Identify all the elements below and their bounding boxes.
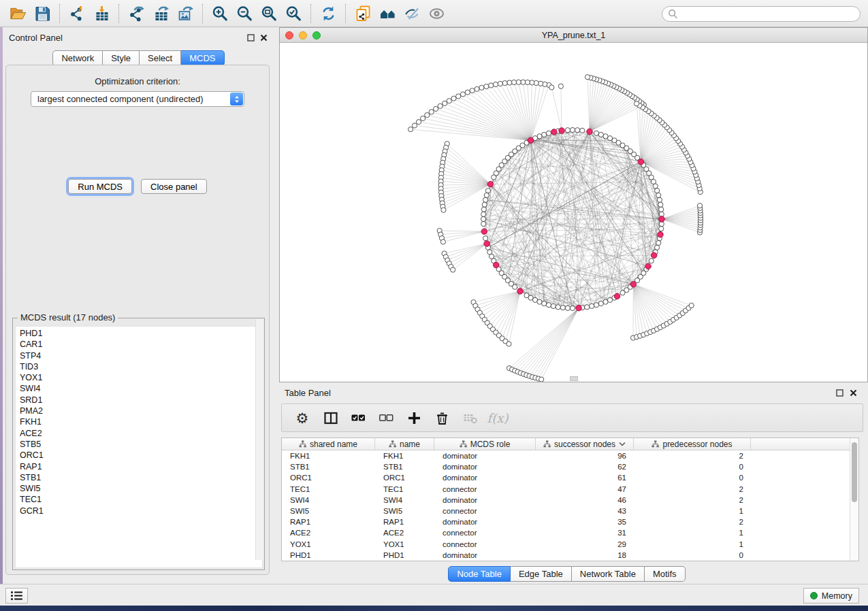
node-table[interactable]: shared namenameMCDS rolesuccessor nodesp… xyxy=(281,437,859,561)
import-network-button[interactable] xyxy=(65,3,89,24)
first-neighbors-button[interactable] xyxy=(375,3,400,24)
table-cell: connector xyxy=(434,539,536,550)
table-row[interactable]: YOX1YOX1connector291 xyxy=(282,539,858,550)
status-bar: Memory xyxy=(0,584,868,606)
search-input[interactable] xyxy=(681,10,854,19)
table-row[interactable]: SWI4SWI4dominator462 xyxy=(282,495,858,506)
hide-selected-button[interactable] xyxy=(400,3,424,24)
network-canvas[interactable] xyxy=(280,43,867,382)
result-item[interactable]: SWI5 xyxy=(16,483,262,494)
network-window-titlebar[interactable]: YPA_prune.txt_1 xyxy=(280,28,867,43)
tree-icon xyxy=(543,440,551,448)
table-row[interactable]: TEC1TEC1connector472 xyxy=(282,484,858,495)
column-label: predecessor nodes xyxy=(662,440,732,449)
result-item[interactable]: SRD1 xyxy=(16,395,262,406)
column-header-successor-nodes[interactable]: successor nodes xyxy=(536,438,634,450)
mcds-result-list[interactable]: PHD1CAR1STP4TID3YOX1SWI4SRD1PMA2FKH1ACE2… xyxy=(15,326,263,568)
control-panel-titlebar: Control Panel xyxy=(3,27,274,48)
column-label: shared name xyxy=(310,440,357,449)
result-item[interactable]: STB1 xyxy=(16,472,262,483)
split-columns-button[interactable] xyxy=(321,409,339,427)
result-item[interactable]: CAR1 xyxy=(16,339,262,350)
export-image-button[interactable] xyxy=(173,3,197,24)
show-all-button[interactable] xyxy=(424,3,449,24)
table-cell: ORC1 xyxy=(375,472,434,483)
table-cell: 0 xyxy=(634,550,751,561)
result-item[interactable]: FKH1 xyxy=(16,416,262,427)
zoom-out-icon xyxy=(236,5,253,22)
column-header-MCDS-role[interactable]: MCDS role xyxy=(434,438,536,450)
float-panel-icon[interactable] xyxy=(247,34,255,42)
table-row[interactable]: RAP1RAP1dominator352 xyxy=(282,516,858,527)
search-box[interactable] xyxy=(662,6,861,22)
export-network-button[interactable] xyxy=(124,3,148,24)
tab-motifs[interactable]: Motifs xyxy=(645,566,686,582)
select-all-button[interactable] xyxy=(349,409,367,427)
open-file-button[interactable] xyxy=(5,3,30,24)
result-item[interactable]: STB5 xyxy=(16,439,262,450)
result-item[interactable]: STP4 xyxy=(16,350,262,361)
result-item[interactable]: TID3 xyxy=(16,361,262,372)
tab-style[interactable]: Style xyxy=(103,50,140,66)
result-item[interactable]: ACE2 xyxy=(16,428,262,439)
zoom-in-button[interactable] xyxy=(208,3,232,24)
gear-icon: ⚙ xyxy=(296,411,309,425)
deselect-all-button[interactable] xyxy=(377,409,395,427)
result-item[interactable]: TEC1 xyxy=(16,494,262,505)
run-mcds-button[interactable]: Run MCDS xyxy=(68,179,132,194)
table-cell: SWI5 xyxy=(282,506,375,516)
export-table-button[interactable] xyxy=(148,3,173,24)
result-item[interactable]: PHD1 xyxy=(16,328,262,339)
tab-node-table[interactable]: Node Table xyxy=(448,566,511,582)
import-table-button[interactable] xyxy=(89,3,114,24)
column-header-predecessor-nodes[interactable]: predecessor nodes xyxy=(634,438,751,450)
tab-edge-table[interactable]: Edge Table xyxy=(511,566,572,582)
duplicate-network-button[interactable] xyxy=(351,3,375,24)
tab-mcds[interactable]: MCDS xyxy=(181,50,224,66)
tab-network[interactable]: Network xyxy=(52,50,103,66)
result-item[interactable]: GCR1 xyxy=(16,506,262,516)
refresh-button[interactable] xyxy=(316,3,340,24)
float-panel-icon[interactable] xyxy=(836,389,843,397)
mcds-result-groupbox: MCDS result (17 nodes) PHD1CAR1STP4TID3Y… xyxy=(12,318,265,570)
scrollbar-thumb[interactable] xyxy=(852,442,857,502)
save-session-button[interactable] xyxy=(30,3,54,24)
result-item[interactable]: ORC1 xyxy=(16,450,262,461)
table-row[interactable]: SWI5SWI5connector431 xyxy=(282,506,858,516)
close-panel-icon[interactable] xyxy=(850,389,857,397)
add-column-button[interactable] xyxy=(405,409,423,427)
column-header-shared-name[interactable]: shared name xyxy=(282,438,375,450)
result-item[interactable]: RAP1 xyxy=(16,461,262,472)
zoom-out-button[interactable] xyxy=(232,3,257,24)
table-row[interactable]: ACE2ACE2connector311 xyxy=(282,527,858,538)
close-panel-icon[interactable] xyxy=(260,34,268,42)
result-item[interactable]: SWI4 xyxy=(16,383,262,394)
table-cell: 31 xyxy=(536,527,634,538)
zoom-fit-button[interactable] xyxy=(257,3,281,24)
close-panel-button[interactable]: Close panel xyxy=(141,179,207,194)
table-row[interactable]: FKH1FKH1dominator962 xyxy=(282,450,858,461)
table-row[interactable]: PHD1PHD1dominator180 xyxy=(282,550,858,561)
table-cell: dominator xyxy=(434,516,536,527)
delete-column-button[interactable] xyxy=(433,409,451,427)
memory-button[interactable]: Memory xyxy=(803,588,859,604)
column-label: MCDS role xyxy=(470,440,511,449)
task-history-button[interactable] xyxy=(5,588,28,604)
result-item[interactable]: PMA2 xyxy=(16,406,262,416)
table-row[interactable]: ORC1ORC1dominator610 xyxy=(282,472,858,483)
gear-button[interactable]: ⚙ xyxy=(293,409,311,427)
table-row[interactable]: STB1STB1dominator620 xyxy=(282,461,858,472)
result-item[interactable]: YOX1 xyxy=(16,372,262,383)
mcds-result-title: MCDS result (17 nodes) xyxy=(18,312,118,323)
splitter-handle[interactable] xyxy=(570,376,578,381)
result-list-scrollbar[interactable] xyxy=(255,319,263,560)
column-header-name[interactable]: name xyxy=(375,438,434,450)
tab-select[interactable]: Select xyxy=(140,50,181,66)
criterion-select[interactable]: largest connected component (undirected) xyxy=(31,91,244,107)
table-cell: PHD1 xyxy=(375,550,434,561)
zoom-selected-button[interactable] xyxy=(281,3,306,24)
table-cell: TEC1 xyxy=(375,484,434,495)
tab-network-table[interactable]: Network Table xyxy=(572,566,645,582)
table-cell xyxy=(751,527,851,538)
table-scrollbar[interactable] xyxy=(850,438,858,561)
